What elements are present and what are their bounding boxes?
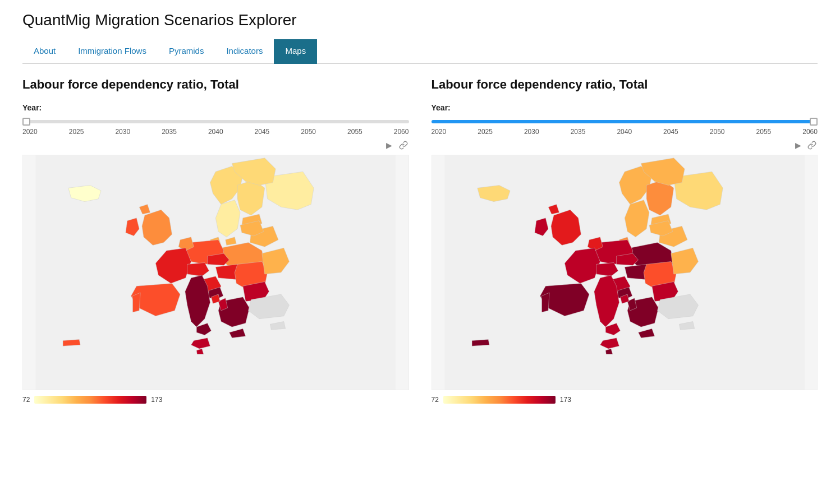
left-map-title: Labour force dependency ratio, Total bbox=[22, 77, 409, 92]
left-legend-max: 173 bbox=[151, 396, 162, 404]
right-link-button[interactable] bbox=[807, 140, 818, 150]
nav-maps[interactable]: Maps bbox=[274, 39, 317, 64]
right-map-controls: ▶ bbox=[432, 140, 818, 150]
app-title: QuantMig Migration Scenarios Explorer bbox=[22, 11, 818, 29]
right-map-panel: Labour force dependency ratio, Total Yea… bbox=[432, 77, 818, 404]
nav-indicators[interactable]: Indicators bbox=[215, 39, 274, 64]
right-play-button[interactable]: ▶ bbox=[793, 140, 803, 150]
nav-immigration-flows[interactable]: Immigration Flows bbox=[67, 39, 158, 64]
left-map-visual bbox=[22, 155, 409, 390]
left-map-controls: ▶ bbox=[22, 140, 409, 150]
right-legend: 72 173 bbox=[432, 396, 818, 404]
left-year-ticks: 2020 2025 2030 2035 2040 2045 2050 2055 … bbox=[22, 128, 409, 136]
left-year-label: Year: bbox=[22, 103, 409, 112]
right-map-title: Labour force dependency ratio, Total bbox=[432, 77, 818, 92]
left-legend-bar bbox=[34, 396, 146, 404]
right-map-visual bbox=[432, 155, 818, 390]
left-map-panel: Labour force dependency ratio, Total Yea… bbox=[22, 77, 409, 404]
left-play-button[interactable]: ▶ bbox=[384, 140, 394, 150]
left-link-button[interactable] bbox=[399, 140, 409, 150]
right-year-slider[interactable] bbox=[432, 120, 818, 123]
right-year-label: Year: bbox=[432, 103, 818, 112]
nav-about[interactable]: About bbox=[22, 39, 67, 64]
navigation: About Immigration Flows Pyramids Indicat… bbox=[22, 39, 818, 64]
right-legend-max: 173 bbox=[560, 396, 571, 404]
left-legend: 72 173 bbox=[22, 396, 409, 404]
left-slider-container bbox=[22, 115, 409, 126]
left-legend-min: 72 bbox=[22, 396, 30, 404]
left-year-slider[interactable] bbox=[22, 120, 409, 123]
nav-pyramids[interactable]: Pyramids bbox=[158, 39, 215, 64]
right-year-ticks: 2020 2025 2030 2035 2040 2045 2050 2055 … bbox=[432, 128, 818, 136]
right-slider-container bbox=[432, 115, 818, 126]
right-legend-min: 72 bbox=[432, 396, 439, 404]
maps-section: Labour force dependency ratio, Total Yea… bbox=[22, 77, 818, 404]
right-legend-bar bbox=[443, 396, 556, 404]
